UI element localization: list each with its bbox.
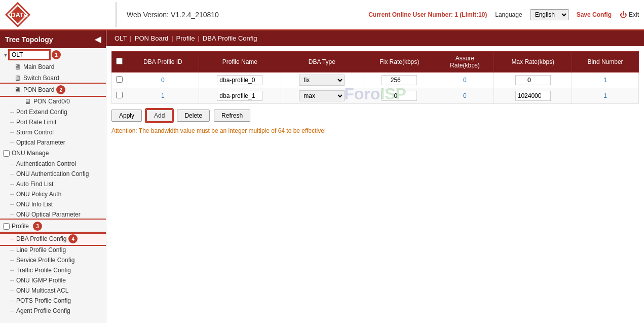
sidebar-item-profile[interactable]: Profile 3 [0, 220, 106, 233]
select-all-checkbox[interactable] [116, 58, 123, 64]
dash-icon12: -- [10, 246, 14, 254]
olt-expand-icon[interactable]: ▼ [3, 52, 8, 58]
action-bar: Apply Add Delete Refresh [111, 104, 639, 125]
sidebar-item-onu-manage[interactable]: ONU Manage [0, 148, 106, 159]
assure-rate-1[interactable]: 0 [463, 92, 467, 99]
add-button[interactable]: Add [146, 109, 173, 122]
badge-4: 4 [68, 234, 78, 243]
sidebar-item-onu-policy[interactable]: -- ONU Policy Auth [0, 189, 106, 199]
sidebar-item-port-extend[interactable]: -- Port Extend Config [0, 107, 106, 117]
header: DATA Web Version: V1.2.4_210810 Current … [0, 0, 644, 30]
sidebar-item-onu-optical[interactable]: -- ONU Optical Parameter [0, 209, 106, 220]
badge-1: 1 [52, 50, 61, 59]
dash-icon5: -- [10, 160, 14, 167]
max-rate-input-0[interactable] [515, 75, 551, 85]
dash-icon8: -- [10, 191, 14, 198]
dash-icon2: -- [10, 119, 14, 126]
bind-number-0[interactable]: 1 [603, 77, 607, 84]
sidebar-item-service-profile[interactable]: -- Service Profile Config [0, 255, 106, 265]
sidebar-item-pon-card[interactable]: 🖥 PON Card0/0 [0, 96, 106, 107]
sidebar-item-onu-auth[interactable]: -- ONU Authentication Config [0, 169, 106, 179]
dash-icon: -- [10, 109, 14, 116]
pots-label: POTS Profile Config [16, 297, 71, 304]
th-assure-rate: AssureRate(kbps) [436, 52, 494, 73]
switch-board-label: Switch Board [23, 75, 59, 82]
breadcrumb-olt[interactable]: OLT [115, 34, 127, 42]
th-bind-number: Bind Number [572, 52, 639, 73]
exit-button[interactable]: ⏻ Exit [620, 11, 639, 19]
pon-icon: 🖥 [14, 86, 21, 94]
badge-3: 3 [33, 222, 42, 231]
sidebar-item-switch-board[interactable]: 🖥 Switch Board [0, 73, 106, 84]
dash-icon11: -- [10, 235, 14, 242]
sidebar-collapse-arrow[interactable]: ◀ [95, 34, 101, 44]
sidebar-item-onu-multicast[interactable]: -- ONU Multicast ACL [0, 285, 106, 296]
pon-card-label: PON Card0/0 [33, 98, 70, 105]
assure-rate-0[interactable]: 0 [463, 77, 467, 84]
dash-icon4: -- [10, 139, 14, 146]
optical-label: Optical Parameter [16, 139, 65, 146]
sidebar-item-optical[interactable]: -- Optical Parameter [0, 137, 106, 148]
fix-rate-input-1[interactable] [382, 91, 417, 101]
dash-icon9: -- [10, 201, 14, 208]
refresh-button[interactable]: Refresh [214, 110, 250, 122]
sidebar-item-pots[interactable]: -- POTS Profile Config [0, 296, 106, 306]
sidebar-item-agent[interactable]: -- Agent Profile Config [0, 306, 106, 316]
sidebar-item-pon-board[interactable]: 🖥 PON Board 2 [0, 84, 106, 96]
profile-checkbox[interactable] [3, 223, 10, 230]
port-rate-label: Port Rate Limit [16, 119, 56, 126]
profile-name-input-0[interactable] [217, 75, 262, 85]
max-rate-input-1[interactable] [515, 91, 551, 101]
online-limit: (Limit:10) [460, 11, 487, 18]
sidebar-item-auto-find[interactable]: -- Auto Find List [0, 179, 106, 189]
dba-profile-id-0[interactable]: 0 [161, 77, 165, 84]
dba-type-select-1[interactable]: fixmaxassuredassured+maxfix+assured+max [299, 90, 345, 101]
onu-igmp-label: ONU IGMP Profile [16, 277, 66, 284]
delete-button[interactable]: Delete [177, 110, 210, 122]
save-config-link[interactable]: Save Config [577, 11, 612, 18]
onu-info-label: ONU Info List [16, 201, 53, 208]
dba-profile-id-1[interactable]: 1 [161, 92, 165, 99]
sep3: | [198, 34, 199, 42]
svg-text:DATA: DATA [11, 11, 28, 19]
agent-label: Agent Profile Config [16, 307, 70, 314]
sidebar-item-auth-control[interactable]: -- Authentication Control [0, 159, 106, 169]
breadcrumb-profile[interactable]: Profile [176, 34, 195, 42]
language-select[interactable]: English Chinese [531, 9, 569, 20]
sidebar-item-dba-profile[interactable]: -- DBA Profile Config 4 [0, 233, 106, 245]
dash-icon3: -- [10, 129, 14, 136]
olt-node[interactable]: ▼ 1 [0, 48, 106, 61]
bind-number-1[interactable]: 1 [603, 92, 607, 99]
olt-input[interactable] [9, 50, 50, 59]
dash-icon13: -- [10, 257, 14, 264]
fix-rate-input-0[interactable] [382, 75, 417, 85]
breadcrumb-dba: DBA Profile Config [203, 34, 257, 42]
sidebar-item-line-profile[interactable]: -- Line Profile Config [0, 245, 106, 255]
online-users: Current Online User Number: 1 (Limit:10) [368, 11, 487, 18]
sidebar-item-storm[interactable]: -- Storm Control [0, 127, 106, 137]
logo: DATA [5, 2, 30, 27]
onu-manage-checkbox[interactable] [3, 150, 10, 157]
language-label: Language [495, 11, 522, 18]
profile-name-input-1[interactable] [217, 91, 262, 101]
sidebar-item-onu-info[interactable]: -- ONU Info List [0, 199, 106, 209]
dash-icon6: -- [10, 170, 14, 177]
onu-multicast-label: ONU Multicast ACL [16, 287, 68, 294]
sidebar-item-traffic-profile[interactable]: -- Traffic Profile Config [0, 265, 106, 275]
th-profile-name: Profile Name [199, 52, 281, 73]
dba-type-select-0[interactable]: fixmaxassuredassured+maxfix+assured+max [299, 75, 345, 86]
auto-find-label: Auto Find List [16, 181, 53, 188]
port-extend-label: Port Extend Config [16, 109, 67, 116]
dba-profile-label: DBA Profile Config [16, 235, 66, 242]
traffic-profile-label: Traffic Profile Config [16, 267, 71, 274]
sidebar-item-onu-igmp[interactable]: -- ONU IGMP Profile [0, 275, 106, 285]
th-fix-rate: Fix Rate(kbps) [363, 52, 436, 73]
row-checkbox-1[interactable] [116, 92, 123, 98]
sidebar-item-port-rate[interactable]: -- Port Rate Limit [0, 117, 106, 127]
row-checkbox-0[interactable] [116, 76, 123, 83]
dash-icon15: -- [10, 277, 14, 284]
breadcrumb-pon[interactable]: PON Board [135, 34, 168, 42]
sidebar-item-main-board[interactable]: 🖥 Main Board [0, 61, 106, 73]
apply-button[interactable]: Apply [111, 110, 142, 122]
storm-control-label: Storm Control [16, 129, 54, 136]
